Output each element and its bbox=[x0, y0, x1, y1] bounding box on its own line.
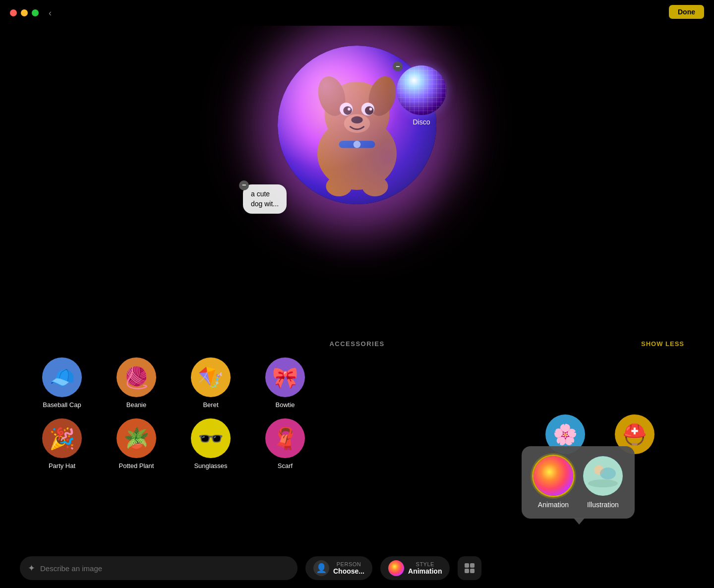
disco-ball-tiles bbox=[397, 65, 446, 115]
show-less-button[interactable]: SHOW LESS bbox=[641, 340, 684, 348]
person-button[interactable]: 👤 PERSON Choose... bbox=[305, 556, 372, 580]
bubble-remove-button[interactable]: − bbox=[239, 180, 249, 190]
gallery-button[interactable] bbox=[458, 556, 481, 580]
accessory-potted-plant[interactable]: 🪴 Potted Plant bbox=[104, 418, 169, 470]
accessories-header: ACCESSORIES SHOW LESS bbox=[30, 340, 684, 348]
person-label-group: PERSON Choose... bbox=[333, 561, 364, 575]
accessory-baseball-cap[interactable]: 🧢 Baseball Cap bbox=[30, 357, 94, 409]
style-label-group: STYLE Animation bbox=[408, 561, 442, 575]
animation-label: Animation bbox=[538, 501, 569, 509]
style-button[interactable]: ⬤ STYLE Animation bbox=[380, 556, 450, 580]
bottom-panel: ACCESSORIES SHOW LESS 🧢 Baseball Cap 🧶 B… bbox=[0, 330, 714, 588]
bubble-text-line1: a cute bbox=[251, 190, 270, 198]
describe-input[interactable] bbox=[40, 564, 290, 573]
party-hat-icon: 🎉 bbox=[42, 418, 82, 458]
svg-rect-21 bbox=[470, 563, 475, 568]
style-icon: ⬤ bbox=[388, 560, 404, 576]
accessory-beret[interactable]: 🪁 Beret bbox=[178, 357, 243, 409]
person-sublabel: PERSON bbox=[333, 561, 364, 567]
svg-point-19 bbox=[600, 468, 616, 479]
gallery-icon bbox=[464, 562, 476, 574]
disco-label: Disco bbox=[413, 118, 430, 126]
animation-icon bbox=[534, 456, 573, 496]
accessories-title: ACCESSORIES bbox=[248, 340, 466, 348]
style-sublabel: STYLE bbox=[408, 561, 442, 567]
person-value: Choose... bbox=[333, 567, 364, 575]
scarf-icon: 🧣 bbox=[265, 418, 305, 458]
party-hat-label: Party Hat bbox=[49, 462, 75, 470]
beret-icon: 🪁 bbox=[191, 357, 231, 397]
back-button[interactable]: ‹ bbox=[49, 8, 52, 18]
beanie-icon: 🧶 bbox=[117, 357, 156, 397]
baseball-cap-icon: 🧢 bbox=[42, 357, 82, 397]
canvas-area: − Disco − a cute dog wit... bbox=[0, 26, 714, 333]
svg-point-17 bbox=[588, 479, 618, 487]
close-button[interactable] bbox=[10, 9, 17, 16]
disco-remove-button[interactable]: − bbox=[393, 61, 403, 71]
baseball-cap-label: Baseball Cap bbox=[43, 401, 81, 409]
svg-rect-20 bbox=[465, 563, 469, 568]
accessory-party-hat[interactable]: 🎉 Party Hat bbox=[30, 418, 94, 470]
accessory-bowtie[interactable]: 🎀 Bowtie bbox=[253, 357, 317, 409]
person-icon: 👤 bbox=[313, 560, 329, 576]
accessory-sunglasses[interactable]: 🕶️ Sunglasses bbox=[178, 418, 243, 470]
titlebar: ‹ Done bbox=[0, 0, 714, 26]
beanie-label: Beanie bbox=[126, 401, 146, 409]
bubble-text-line2: dog wit... bbox=[251, 200, 279, 208]
search-bar[interactable]: ✦ bbox=[20, 556, 298, 580]
accessory-beanie[interactable]: 🧶 Beanie bbox=[104, 357, 169, 409]
disco-container: − bbox=[397, 65, 446, 115]
disco-ball-icon bbox=[397, 65, 446, 115]
potted-plant-label: Potted Plant bbox=[119, 462, 154, 470]
sunglasses-icon: 🕶️ bbox=[191, 418, 231, 458]
accessory-scarf[interactable]: 🧣 Scarf bbox=[253, 418, 317, 470]
bottom-toolbar: ✦ 👤 PERSON Choose... ⬤ STYLE Animation bbox=[0, 548, 714, 588]
scarf-label: Scarf bbox=[278, 462, 293, 470]
maximize-button[interactable] bbox=[32, 9, 39, 16]
done-button[interactable]: Done bbox=[669, 5, 704, 19]
traffic-lights bbox=[10, 9, 39, 16]
style-option-animation[interactable]: Animation bbox=[534, 456, 573, 509]
bowtie-label: Bowtie bbox=[275, 401, 295, 409]
svg-rect-23 bbox=[470, 569, 475, 573]
style-popup: Animation Illustration bbox=[522, 446, 635, 519]
beret-label: Beret bbox=[203, 401, 218, 409]
sparkle-icon: ✦ bbox=[28, 563, 35, 574]
illustration-label: Illustration bbox=[587, 501, 619, 509]
illustration-icon bbox=[583, 456, 623, 496]
style-option-illustration[interactable]: Illustration bbox=[583, 456, 623, 509]
style-value: Animation bbox=[408, 567, 442, 575]
svg-rect-22 bbox=[465, 569, 469, 573]
sunglasses-label: Sunglasses bbox=[194, 462, 227, 470]
minimize-button[interactable] bbox=[21, 9, 28, 16]
text-bubble[interactable]: − a cute dog wit... bbox=[243, 184, 287, 214]
bowtie-icon: 🎀 bbox=[265, 357, 305, 397]
potted-plant-icon: 🪴 bbox=[117, 418, 156, 458]
disco-thumbnail[interactable]: − Disco bbox=[397, 65, 446, 126]
